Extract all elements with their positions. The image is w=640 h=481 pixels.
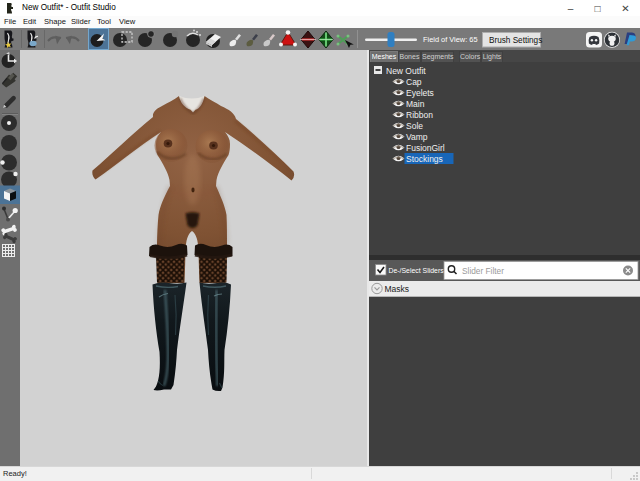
svg-text:Slider Filter: Slider Filter	[462, 266, 504, 276]
svg-text:Vamp: Vamp	[406, 132, 428, 142]
svg-text:Brush Settings: Brush Settings	[489, 36, 542, 45]
svg-text:Main: Main	[406, 99, 425, 109]
svg-text:Sole: Sole	[406, 121, 423, 131]
svg-text:Cap: Cap	[406, 77, 422, 87]
svg-text:Stockings: Stockings	[406, 154, 443, 164]
svg-text:New Outfit: New Outfit	[386, 66, 426, 76]
svg-text:De-/Select Sliders: De-/Select Sliders	[389, 267, 445, 274]
svg-text:Masks: Masks	[385, 284, 410, 294]
svg-text:Eyelets: Eyelets	[406, 88, 434, 98]
svg-text:Field of View: 65: Field of View: 65	[423, 35, 478, 44]
svg-text:FusionGirl: FusionGirl	[406, 143, 445, 153]
svg-text:Ribbon: Ribbon	[406, 110, 433, 120]
